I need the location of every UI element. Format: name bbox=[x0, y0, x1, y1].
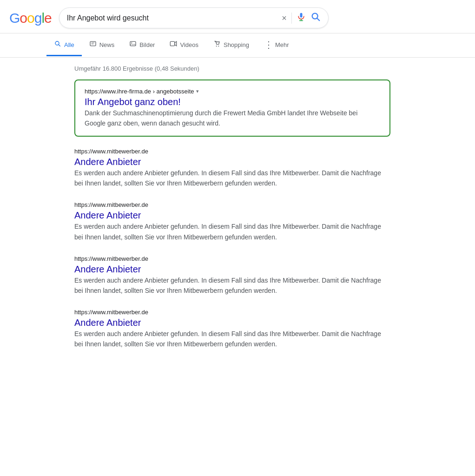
nav-tabs: Alle News Bilder Videos bbox=[0, 33, 475, 58]
news-icon bbox=[89, 40, 97, 49]
videos-icon bbox=[170, 40, 177, 49]
result-url-2: https://www.mitbewerber.de bbox=[74, 255, 390, 262]
result-title-0[interactable]: Andere Anbieter bbox=[74, 157, 141, 167]
bilder-icon bbox=[129, 40, 137, 49]
result-url-0: https://www.mitbewerber.de bbox=[74, 148, 390, 155]
svg-rect-0 bbox=[300, 13, 302, 18]
result-snippet-0: Es werden auch andere Anbieter gefunden.… bbox=[74, 168, 390, 188]
svg-line-6 bbox=[59, 45, 60, 46]
tab-bilder-label: Bilder bbox=[139, 41, 155, 48]
featured-snippet: Dank der Suchmaschinenoptimierung durch … bbox=[85, 108, 380, 128]
google-logo: G o o g l e bbox=[9, 10, 52, 26]
svg-rect-12 bbox=[171, 41, 175, 46]
header: G o o g l e × bbox=[0, 0, 475, 33]
result-title-2[interactable]: Andere Anbieter bbox=[74, 264, 141, 274]
tab-mehr-label: Mehr bbox=[275, 41, 289, 48]
tab-alle-label: Alle bbox=[64, 41, 74, 48]
result-title-1[interactable]: Andere Anbieter bbox=[74, 210, 141, 220]
result-url-3: https://www.mitbewerber.de bbox=[74, 309, 390, 316]
logo-o2: o bbox=[27, 10, 34, 26]
featured-url: https://www.ihre-firma.de › angebotsseit… bbox=[85, 88, 380, 95]
result-snippet-3: Es werden auch andere Anbieter gefunden.… bbox=[74, 329, 390, 349]
tab-shopping-label: Shopping bbox=[224, 41, 249, 48]
search-input[interactable] bbox=[67, 14, 277, 22]
tab-shopping[interactable]: Shopping bbox=[206, 34, 257, 56]
logo-e: e bbox=[44, 10, 52, 26]
result-item-0: https://www.mitbewerber.de Andere Anbiet… bbox=[74, 148, 390, 188]
alle-icon bbox=[54, 40, 61, 49]
mic-icon[interactable] bbox=[297, 12, 306, 24]
svg-line-4 bbox=[317, 18, 319, 20]
search-bar: × bbox=[59, 7, 329, 28]
svg-rect-7 bbox=[90, 41, 96, 46]
result-url-1: https://www.mitbewerber.de bbox=[74, 201, 390, 208]
result-item-3: https://www.mitbewerber.de Andere Anbiet… bbox=[74, 309, 390, 349]
tab-videos-label: Videos bbox=[180, 41, 198, 48]
result-title-3[interactable]: Andere Anbieter bbox=[74, 317, 141, 328]
logo-o1: o bbox=[20, 10, 27, 26]
clear-icon[interactable]: × bbox=[282, 14, 287, 22]
svg-point-14 bbox=[218, 46, 219, 46]
svg-point-13 bbox=[216, 46, 217, 46]
tab-bilder[interactable]: Bilder bbox=[122, 34, 162, 56]
tab-news-label: News bbox=[99, 41, 115, 48]
featured-dropdown-icon[interactable]: ▾ bbox=[196, 88, 199, 94]
logo-g1: G bbox=[9, 10, 20, 26]
result-item-2: https://www.mitbewerber.de Andere Anbiet… bbox=[74, 255, 390, 296]
result-item-1: https://www.mitbewerber.de Andere Anbiet… bbox=[74, 201, 390, 242]
results-area: Umgefähr 16.800 Ergebnisse (0,48 Sekunde… bbox=[0, 58, 400, 371]
featured-title[interactable]: Ihr Angebot ganz oben! bbox=[85, 97, 181, 107]
search-button[interactable] bbox=[310, 12, 321, 24]
tab-mehr[interactable]: ⋮ Mehr bbox=[257, 33, 297, 57]
mehr-icon: ⋮ bbox=[264, 39, 273, 50]
result-snippet-1: Es werden auch andere Anbieter gefunden.… bbox=[74, 221, 390, 242]
svg-point-11 bbox=[132, 42, 132, 43]
tab-alle[interactable]: Alle bbox=[46, 34, 82, 56]
tab-news[interactable]: News bbox=[82, 34, 122, 56]
featured-result: https://www.ihre-firma.de › angebotsseit… bbox=[74, 79, 390, 137]
results-stats: Umgefähr 16.800 Ergebnisse (0,48 Sekunde… bbox=[74, 65, 390, 72]
logo-g2: g bbox=[34, 10, 42, 26]
shopping-icon bbox=[213, 40, 221, 49]
result-snippet-2: Es werden auch andere Anbieter gefunden.… bbox=[74, 275, 390, 296]
tab-videos[interactable]: Videos bbox=[162, 34, 206, 56]
search-divider bbox=[291, 13, 292, 24]
